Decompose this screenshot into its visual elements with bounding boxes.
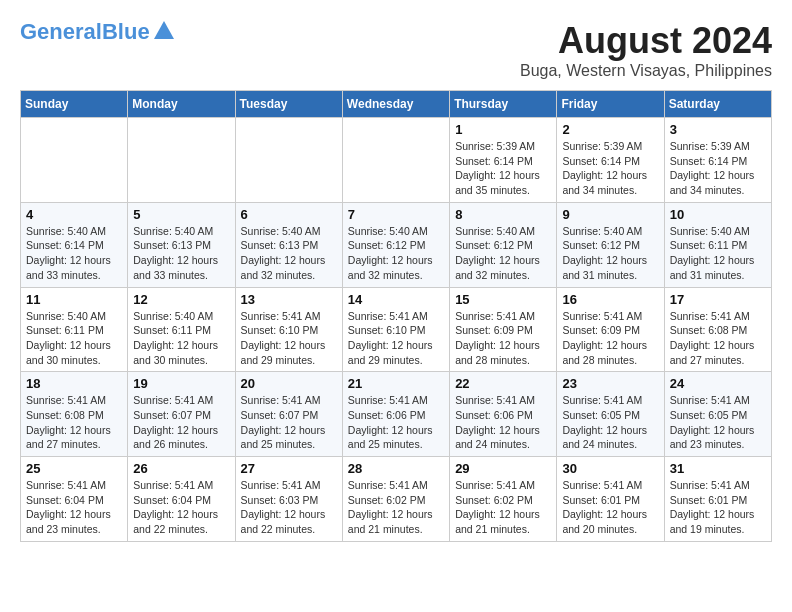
day-number: 26	[133, 461, 229, 476]
calendar-cell: 11Sunrise: 5:40 AMSunset: 6:11 PMDayligh…	[21, 287, 128, 372]
day-info: Sunrise: 5:41 AMSunset: 6:08 PMDaylight:…	[26, 393, 122, 452]
calendar-cell: 28Sunrise: 5:41 AMSunset: 6:02 PMDayligh…	[342, 457, 449, 542]
day-number: 24	[670, 376, 766, 391]
day-info: Sunrise: 5:41 AMSunset: 6:07 PMDaylight:…	[133, 393, 229, 452]
calendar-cell: 13Sunrise: 5:41 AMSunset: 6:10 PMDayligh…	[235, 287, 342, 372]
day-info: Sunrise: 5:41 AMSunset: 6:06 PMDaylight:…	[348, 393, 444, 452]
calendar-cell: 7Sunrise: 5:40 AMSunset: 6:12 PMDaylight…	[342, 202, 449, 287]
main-title: August 2024	[520, 20, 772, 62]
day-number: 6	[241, 207, 337, 222]
day-info: Sunrise: 5:40 AMSunset: 6:12 PMDaylight:…	[562, 224, 658, 283]
day-info: Sunrise: 5:40 AMSunset: 6:14 PMDaylight:…	[26, 224, 122, 283]
day-number: 27	[241, 461, 337, 476]
day-info: Sunrise: 5:41 AMSunset: 6:09 PMDaylight:…	[455, 309, 551, 368]
subtitle: Buga, Western Visayas, Philippines	[520, 62, 772, 80]
calendar-day-header: Monday	[128, 91, 235, 118]
calendar-cell: 18Sunrise: 5:41 AMSunset: 6:08 PMDayligh…	[21, 372, 128, 457]
calendar-cell: 29Sunrise: 5:41 AMSunset: 6:02 PMDayligh…	[450, 457, 557, 542]
day-info: Sunrise: 5:40 AMSunset: 6:12 PMDaylight:…	[348, 224, 444, 283]
day-info: Sunrise: 5:41 AMSunset: 6:06 PMDaylight:…	[455, 393, 551, 452]
calendar-cell: 14Sunrise: 5:41 AMSunset: 6:10 PMDayligh…	[342, 287, 449, 372]
day-number: 22	[455, 376, 551, 391]
calendar-cell: 17Sunrise: 5:41 AMSunset: 6:08 PMDayligh…	[664, 287, 771, 372]
calendar-week-row: 11Sunrise: 5:40 AMSunset: 6:11 PMDayligh…	[21, 287, 772, 372]
day-number: 20	[241, 376, 337, 391]
day-number: 23	[562, 376, 658, 391]
day-number: 30	[562, 461, 658, 476]
calendar-cell: 8Sunrise: 5:40 AMSunset: 6:12 PMDaylight…	[450, 202, 557, 287]
calendar-cell: 5Sunrise: 5:40 AMSunset: 6:13 PMDaylight…	[128, 202, 235, 287]
calendar-day-header: Wednesday	[342, 91, 449, 118]
calendar-cell: 4Sunrise: 5:40 AMSunset: 6:14 PMDaylight…	[21, 202, 128, 287]
calendar-cell: 21Sunrise: 5:41 AMSunset: 6:06 PMDayligh…	[342, 372, 449, 457]
day-number: 11	[26, 292, 122, 307]
day-info: Sunrise: 5:41 AMSunset: 6:05 PMDaylight:…	[562, 393, 658, 452]
day-number: 5	[133, 207, 229, 222]
calendar-cell: 23Sunrise: 5:41 AMSunset: 6:05 PMDayligh…	[557, 372, 664, 457]
day-info: Sunrise: 5:40 AMSunset: 6:13 PMDaylight:…	[241, 224, 337, 283]
logo-icon	[154, 21, 174, 39]
day-info: Sunrise: 5:41 AMSunset: 6:09 PMDaylight:…	[562, 309, 658, 368]
day-info: Sunrise: 5:41 AMSunset: 6:10 PMDaylight:…	[241, 309, 337, 368]
calendar-cell	[21, 118, 128, 203]
calendar-cell: 24Sunrise: 5:41 AMSunset: 6:05 PMDayligh…	[664, 372, 771, 457]
day-number: 19	[133, 376, 229, 391]
calendar-cell: 6Sunrise: 5:40 AMSunset: 6:13 PMDaylight…	[235, 202, 342, 287]
calendar-table: SundayMondayTuesdayWednesdayThursdayFrid…	[20, 90, 772, 542]
calendar-cell: 27Sunrise: 5:41 AMSunset: 6:03 PMDayligh…	[235, 457, 342, 542]
day-number: 12	[133, 292, 229, 307]
day-number: 2	[562, 122, 658, 137]
calendar-day-header: Tuesday	[235, 91, 342, 118]
day-info: Sunrise: 5:39 AMSunset: 6:14 PMDaylight:…	[455, 139, 551, 198]
day-info: Sunrise: 5:41 AMSunset: 6:01 PMDaylight:…	[670, 478, 766, 537]
calendar-cell: 12Sunrise: 5:40 AMSunset: 6:11 PMDayligh…	[128, 287, 235, 372]
calendar-cell: 26Sunrise: 5:41 AMSunset: 6:04 PMDayligh…	[128, 457, 235, 542]
calendar-day-header: Thursday	[450, 91, 557, 118]
day-info: Sunrise: 5:41 AMSunset: 6:02 PMDaylight:…	[455, 478, 551, 537]
calendar-cell: 25Sunrise: 5:41 AMSunset: 6:04 PMDayligh…	[21, 457, 128, 542]
calendar-cell: 15Sunrise: 5:41 AMSunset: 6:09 PMDayligh…	[450, 287, 557, 372]
day-number: 13	[241, 292, 337, 307]
calendar-cell: 31Sunrise: 5:41 AMSunset: 6:01 PMDayligh…	[664, 457, 771, 542]
day-info: Sunrise: 5:41 AMSunset: 6:03 PMDaylight:…	[241, 478, 337, 537]
day-number: 15	[455, 292, 551, 307]
calendar-week-row: 1Sunrise: 5:39 AMSunset: 6:14 PMDaylight…	[21, 118, 772, 203]
calendar-cell: 2Sunrise: 5:39 AMSunset: 6:14 PMDaylight…	[557, 118, 664, 203]
calendar-cell: 3Sunrise: 5:39 AMSunset: 6:14 PMDaylight…	[664, 118, 771, 203]
day-number: 31	[670, 461, 766, 476]
calendar-day-header: Friday	[557, 91, 664, 118]
day-number: 3	[670, 122, 766, 137]
calendar-week-row: 25Sunrise: 5:41 AMSunset: 6:04 PMDayligh…	[21, 457, 772, 542]
calendar-cell: 10Sunrise: 5:40 AMSunset: 6:11 PMDayligh…	[664, 202, 771, 287]
day-number: 4	[26, 207, 122, 222]
day-number: 1	[455, 122, 551, 137]
day-number: 25	[26, 461, 122, 476]
day-info: Sunrise: 5:41 AMSunset: 6:01 PMDaylight:…	[562, 478, 658, 537]
day-info: Sunrise: 5:40 AMSunset: 6:12 PMDaylight:…	[455, 224, 551, 283]
day-number: 8	[455, 207, 551, 222]
calendar-cell: 9Sunrise: 5:40 AMSunset: 6:12 PMDaylight…	[557, 202, 664, 287]
calendar-day-header: Saturday	[664, 91, 771, 118]
day-number: 28	[348, 461, 444, 476]
day-info: Sunrise: 5:41 AMSunset: 6:04 PMDaylight:…	[133, 478, 229, 537]
day-info: Sunrise: 5:39 AMSunset: 6:14 PMDaylight:…	[670, 139, 766, 198]
day-number: 29	[455, 461, 551, 476]
day-info: Sunrise: 5:40 AMSunset: 6:13 PMDaylight:…	[133, 224, 229, 283]
calendar-day-header: Sunday	[21, 91, 128, 118]
calendar-cell: 30Sunrise: 5:41 AMSunset: 6:01 PMDayligh…	[557, 457, 664, 542]
day-number: 7	[348, 207, 444, 222]
day-number: 16	[562, 292, 658, 307]
calendar-cell: 22Sunrise: 5:41 AMSunset: 6:06 PMDayligh…	[450, 372, 557, 457]
title-block: August 2024 Buga, Western Visayas, Phili…	[520, 20, 772, 80]
day-info: Sunrise: 5:41 AMSunset: 6:05 PMDaylight:…	[670, 393, 766, 452]
logo: GeneralBlue	[20, 20, 174, 44]
day-number: 14	[348, 292, 444, 307]
calendar-cell: 19Sunrise: 5:41 AMSunset: 6:07 PMDayligh…	[128, 372, 235, 457]
calendar-cell: 16Sunrise: 5:41 AMSunset: 6:09 PMDayligh…	[557, 287, 664, 372]
day-info: Sunrise: 5:39 AMSunset: 6:14 PMDaylight:…	[562, 139, 658, 198]
day-number: 18	[26, 376, 122, 391]
day-number: 10	[670, 207, 766, 222]
day-info: Sunrise: 5:40 AMSunset: 6:11 PMDaylight:…	[133, 309, 229, 368]
calendar-week-row: 18Sunrise: 5:41 AMSunset: 6:08 PMDayligh…	[21, 372, 772, 457]
logo-text: GeneralBlue	[20, 20, 150, 44]
